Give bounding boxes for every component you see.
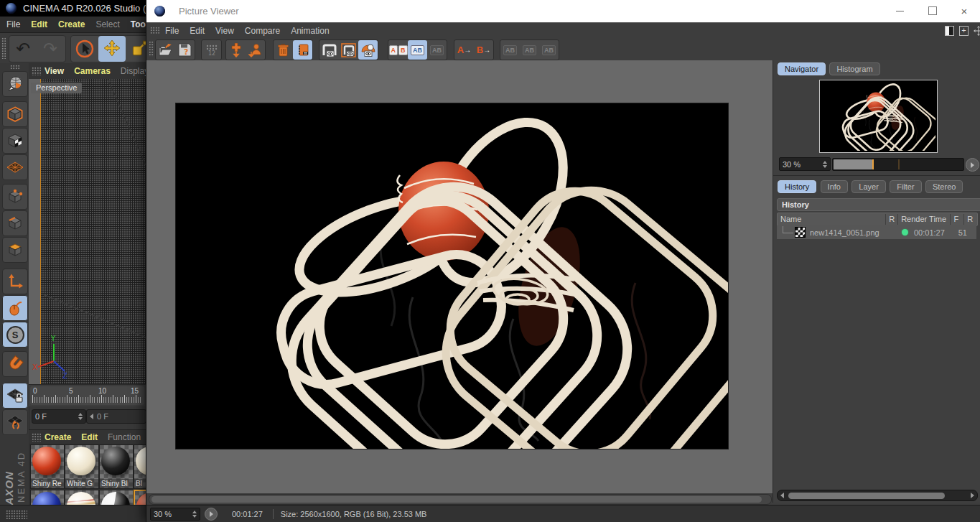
- zoom-slider-marker[interactable]: [872, 159, 874, 169]
- pv-titlebar[interactable]: Picture Viewer ×: [146, 0, 980, 23]
- viewport-menu-view[interactable]: View: [45, 66, 64, 76]
- tab-stereo[interactable]: Stereo: [925, 180, 963, 193]
- pv-menu-edit[interactable]: Edit: [190, 26, 205, 36]
- frame-slider-field[interactable]: 0 F: [86, 409, 146, 424]
- move-tool-button[interactable]: [98, 36, 126, 62]
- status-zoom-spinner[interactable]: [192, 511, 197, 518]
- image-hscrollbar-thumb[interactable]: [151, 496, 762, 503]
- polygons-mode-button[interactable]: [2, 237, 28, 263]
- close-button[interactable]: ×: [952, 0, 976, 22]
- magnet-snap-button[interactable]: [2, 351, 28, 377]
- material-menu-edit[interactable]: Edit: [81, 432, 98, 442]
- material-shiny-red[interactable]: Shiny Re: [30, 444, 65, 489]
- ab-link-button[interactable]: AB: [500, 40, 520, 60]
- save-button[interactable]: ?: [175, 40, 195, 60]
- material-shiny-black[interactable]: Shiny Bl: [99, 444, 134, 489]
- scroll-right-icon[interactable]: [971, 493, 974, 498]
- tab-navigator[interactable]: Navigator: [778, 62, 826, 75]
- viewport-grip[interactable]: [32, 67, 41, 75]
- column-r2[interactable]: R: [964, 214, 977, 225]
- c4d-menu-edit[interactable]: Edit: [31, 19, 47, 29]
- pv-menubar-grip[interactable]: [150, 27, 159, 34]
- maximize-button[interactable]: [920, 0, 945, 22]
- viewport-label[interactable]: Perspective: [31, 83, 82, 93]
- navigator-zoom-field[interactable]: 30 %: [779, 157, 831, 171]
- bottom-grip[interactable]: [6, 510, 27, 519]
- navigator-thumbnail[interactable]: [819, 80, 938, 153]
- panel-hscrollbar-thumb[interactable]: [788, 493, 945, 499]
- render-settings-button[interactable]: 12: [202, 40, 221, 60]
- c4d-menu-create[interactable]: Create: [58, 19, 85, 29]
- c4d-menu-file[interactable]: File: [6, 19, 20, 29]
- history-row[interactable]: new1414_0051.png 00:01:27 51: [777, 225, 976, 239]
- material-striped[interactable]: [65, 490, 99, 505]
- tab-filter[interactable]: Filter: [890, 180, 921, 193]
- frame-number-field[interactable]: 0 F: [32, 409, 86, 424]
- column-render-time[interactable]: Render Time: [898, 214, 951, 225]
- toolbar-grip[interactable]: [1, 37, 6, 59]
- material-partial[interactable]: Bl: [134, 444, 146, 489]
- image-hscrollbar[interactable]: [149, 494, 772, 505]
- timeline-ruler[interactable]: 0 5 10 15: [30, 386, 144, 405]
- viewport-solo-button[interactable]: [2, 295, 28, 321]
- material-menu-create[interactable]: Create: [45, 432, 71, 442]
- tab-histogram[interactable]: Histogram: [829, 62, 879, 75]
- points-mode-button[interactable]: [2, 184, 28, 210]
- viewport-menu-display[interactable]: Display: [121, 66, 149, 76]
- pv-menu-view[interactable]: View: [215, 26, 234, 36]
- pv-menu-compare[interactable]: Compare: [245, 26, 280, 36]
- ab-blend-button[interactable]: AB: [520, 40, 539, 60]
- cache-image-button[interactable]: [293, 40, 312, 60]
- status-play-button[interactable]: [205, 508, 218, 521]
- rendered-image[interactable]: [176, 103, 728, 449]
- tab-history[interactable]: History: [778, 180, 816, 193]
- panel-add-button[interactable]: +: [958, 25, 969, 36]
- navigator-play-button[interactable]: [966, 158, 979, 172]
- model-mode-button[interactable]: [2, 101, 28, 127]
- compare-swap-button[interactable]: AB: [427, 40, 447, 60]
- c4d-menu-select[interactable]: Select: [95, 19, 119, 29]
- material-selected[interactable]: [134, 490, 146, 505]
- navigator-zoom-spinner[interactable]: [823, 161, 827, 168]
- panel-hscrollbar[interactable]: [777, 490, 978, 501]
- coordinate-globe-button[interactable]: [2, 71, 28, 97]
- undo-button[interactable]: ↶: [9, 36, 37, 62]
- minimize-button[interactable]: [887, 0, 912, 22]
- enable-axis-button[interactable]: [2, 269, 28, 294]
- live-selection-button[interactable]: [71, 36, 98, 62]
- perspective-viewport[interactable]: Perspective Y X Z: [29, 79, 146, 384]
- leftcol-grip[interactable]: [10, 65, 20, 70]
- material-black-white[interactable]: [99, 490, 134, 505]
- snap-button[interactable]: S: [2, 322, 28, 348]
- lock-workplane-button[interactable]: [2, 383, 28, 409]
- ab-wipe-button[interactable]: AB: [539, 40, 559, 60]
- column-name[interactable]: Name: [778, 214, 886, 225]
- material-menu-function[interactable]: Function: [108, 432, 141, 442]
- workplane-button[interactable]: [2, 154, 28, 180]
- status-zoom-field[interactable]: 30 %: [150, 508, 200, 521]
- set-a-button[interactable]: A →: [454, 40, 474, 60]
- set-b-button[interactable]: B →: [474, 40, 493, 60]
- show-alpha-button[interactable]: [358, 40, 378, 60]
- pv-menu-animation[interactable]: Animation: [291, 26, 329, 36]
- navigator-zoom-slider[interactable]: [832, 158, 964, 171]
- tab-layer[interactable]: Layer: [851, 180, 886, 193]
- tab-info[interactable]: Info: [821, 180, 848, 193]
- cross-down-button[interactable]: [226, 40, 246, 60]
- compare-overlay-button[interactable]: AB: [408, 40, 427, 60]
- redo-button[interactable]: ↷: [37, 36, 64, 62]
- compare-ab-button[interactable]: A B: [388, 40, 408, 60]
- pv-toolbar-grip[interactable]: [149, 41, 154, 57]
- column-f[interactable]: F: [951, 214, 964, 225]
- edges-mode-button[interactable]: [2, 210, 28, 236]
- material-grip[interactable]: [32, 433, 41, 442]
- person-down-button[interactable]: [246, 40, 265, 60]
- scroll-left-icon[interactable]: [780, 493, 784, 498]
- material-blue[interactable]: [30, 490, 65, 505]
- texture-mode-button[interactable]: [2, 128, 28, 154]
- open-button[interactable]: [156, 40, 175, 60]
- panel-split-button[interactable]: [944, 25, 955, 36]
- history-table-header[interactable]: Name R Render Time F R: [777, 213, 978, 226]
- delete-image-button[interactable]: [274, 40, 293, 60]
- viewport-menu-cameras[interactable]: Cameras: [74, 66, 111, 76]
